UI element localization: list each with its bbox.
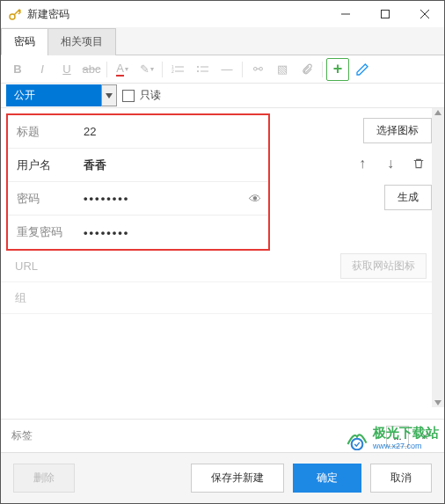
tag-more-button[interactable]: ... (386, 426, 409, 447)
tabs: 密码 相关项目 (1, 27, 444, 55)
svg-marker-14 (434, 110, 441, 115)
separator (242, 62, 243, 77)
attach-button[interactable] (295, 58, 318, 81)
bullet-list-button[interactable] (191, 58, 214, 81)
visibility-value: 公开 (6, 84, 101, 106)
tag-label: 标签 (11, 428, 47, 443)
svg-point-11 (197, 70, 199, 72)
separator (162, 62, 163, 77)
generate-button[interactable]: 生成 (384, 185, 432, 210)
separator (322, 62, 323, 77)
scroll-down-icon[interactable] (434, 400, 441, 405)
add-button[interactable]: + (326, 58, 349, 81)
tag-input[interactable] (54, 426, 379, 447)
hr-button[interactable]: — (215, 58, 238, 81)
move-down-icon[interactable]: ↓ (381, 154, 400, 173)
readonly-label: 只读 (140, 88, 161, 103)
format-toolbar: B I U abc A▾ ✎▾ 12 — ⚯ ▧ + (1, 55, 444, 84)
move-up-icon[interactable]: ↑ (353, 154, 372, 173)
choose-icon-button[interactable]: 选择图标 (363, 118, 432, 143)
titlebar: 新建密码 (1, 1, 444, 27)
font-color-button[interactable]: A▾ (111, 58, 134, 81)
scrollbar[interactable] (432, 108, 444, 407)
controls-row: 公开 只读 (1, 84, 444, 108)
tag-clear-button[interactable]: × (416, 429, 434, 443)
row-url: URL 获取网站图标 (1, 251, 444, 282)
username-label: 用户名 (8, 157, 84, 173)
italic-button[interactable]: I (31, 58, 54, 81)
repeat-password-label: 重复密码 (8, 224, 84, 240)
footer: 删除 保存并新建 确定 取消 (1, 452, 444, 503)
svg-rect-2 (381, 11, 389, 18)
minimize-button[interactable] (325, 1, 365, 27)
svg-text:2: 2 (171, 69, 174, 74)
username-value[interactable]: 香香 (84, 157, 268, 173)
svg-point-9 (197, 66, 199, 68)
title-label: 标题 (8, 124, 84, 140)
tab-password[interactable]: 密码 (1, 28, 48, 55)
edit-button[interactable] (351, 58, 374, 81)
repeat-password-value[interactable]: •••••••• (84, 226, 268, 239)
save-and-new-button[interactable]: 保存并新建 (191, 464, 284, 493)
password-label: 密码 (8, 191, 84, 207)
strike-button[interactable]: abc (80, 58, 103, 81)
maximize-button[interactable] (365, 1, 405, 27)
underline-button[interactable]: U (55, 58, 78, 81)
delete-button[interactable]: 删除 (13, 464, 75, 493)
scroll-up-icon[interactable] (434, 110, 441, 115)
readonly-checkbox[interactable] (122, 90, 135, 102)
url-label: URL (15, 259, 94, 273)
close-button[interactable] (405, 1, 444, 27)
separator (106, 62, 107, 77)
fetch-site-icon-button[interactable]: 获取网站图标 (340, 253, 427, 279)
window-title: 新建密码 (27, 7, 325, 22)
row-password: 密码 ••••••••👁 (8, 182, 268, 215)
tab-related[interactable]: 相关项目 (47, 28, 116, 55)
content-area: 选择图标 ↑ ↓ 生成 标题 22 用户名 香香 密码 ••••••••👁 重复… (1, 108, 444, 407)
svg-marker-15 (434, 400, 441, 405)
link-button[interactable]: ⚯ (246, 58, 269, 81)
svg-marker-13 (106, 93, 113, 99)
row-repeat-password: 重复密码 •••••••• (8, 215, 268, 249)
ok-button[interactable]: 确定 (293, 464, 361, 493)
visibility-combo[interactable]: 公开 (6, 84, 117, 106)
eye-icon[interactable]: 👁 (249, 192, 261, 206)
bold-button[interactable]: B (6, 58, 29, 81)
app-key-icon (8, 7, 22, 21)
ordered-list-button[interactable]: 12 (166, 58, 189, 81)
password-value[interactable]: ••••••••👁 (84, 192, 268, 206)
highlight-button[interactable]: ✎▾ (135, 58, 158, 81)
cancel-button[interactable]: 取消 (370, 464, 432, 493)
row-group: 组 (1, 282, 444, 314)
group-label: 组 (15, 290, 94, 306)
trash-icon[interactable] (409, 154, 428, 173)
tag-bar: 标签 ... × (1, 419, 444, 452)
image-button[interactable]: ▧ (271, 58, 294, 81)
row-title: 标题 22 (8, 115, 268, 149)
highlighted-fields: 标题 22 用户名 香香 密码 ••••••••👁 重复密码 •••••••• (6, 113, 270, 251)
title-value[interactable]: 22 (84, 125, 268, 138)
row-username: 用户名 香香 (8, 149, 268, 182)
chevron-down-icon[interactable] (101, 84, 117, 106)
